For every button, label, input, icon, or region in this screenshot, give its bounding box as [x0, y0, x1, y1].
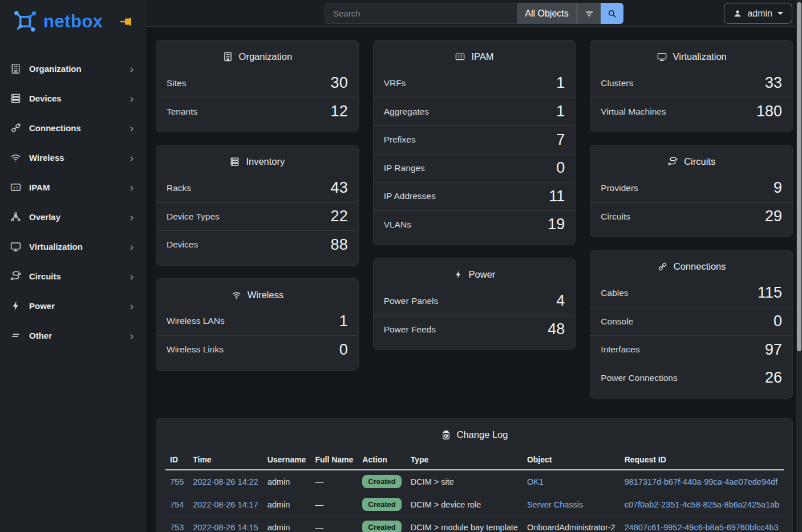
request-id-link[interactable]: 24807c61-9952-49c6-b8a5-69760bfcc4b3: [625, 523, 779, 532]
stat-row-ip-ranges[interactable]: IP Ranges 0: [374, 154, 576, 182]
stat-label: Providers: [601, 183, 638, 193]
stat-row-device-types[interactable]: Device Types 22: [156, 202, 358, 231]
sidebar-item-virtualization[interactable]: Virtualization ›: [0, 232, 146, 261]
stat-row-wireless-lans[interactable]: Wireless LANs 1: [156, 307, 358, 336]
stat-label: VRFs: [384, 78, 406, 88]
card-body: Sites 30 Tenants 12: [156, 69, 358, 132]
request-id-link[interactable]: 9817317d-b67f-440a-99ca-4ae07ede94df: [625, 477, 777, 486]
scrollbar-thumb[interactable]: [797, 2, 801, 351]
object-link[interactable]: Server Chassis: [527, 500, 583, 509]
stat-row-devices[interactable]: Devices 88: [156, 230, 358, 259]
stat-row-wireless-links[interactable]: Wireless Links 0: [156, 335, 358, 364]
stat-value: 7: [556, 131, 565, 149]
stat-row-vrfs[interactable]: VRFs 1: [374, 69, 576, 98]
sidebar-item-devices[interactable]: Devices ›: [0, 83, 146, 113]
sidebar-item-overlay[interactable]: Overlay ›: [0, 202, 146, 232]
action-badge: Created: [362, 521, 401, 532]
card-connections: Connections Cables 115 Console 0: [590, 250, 793, 399]
stat-value: 0: [339, 341, 348, 359]
brand-wordmark[interactable]: netbox: [43, 11, 103, 32]
filter-button[interactable]: [577, 3, 601, 24]
stat-value: 22: [331, 208, 348, 225]
chevron-right-icon: ›: [130, 182, 133, 193]
action-badge: Created: [362, 475, 401, 488]
stat-value: 1: [556, 103, 565, 120]
stat-row-vlans[interactable]: VLANs 19: [374, 210, 576, 239]
sidebar-item-power[interactable]: Power ›: [0, 291, 146, 320]
chevron-right-icon: ›: [130, 241, 133, 252]
stat-row-tenants[interactable]: Tenants 12: [156, 98, 358, 126]
svg-text:2: 2: [15, 185, 18, 190]
stat-row-power-panels[interactable]: Power Panels 4: [374, 287, 576, 315]
card-change-log: Change Log ID Time Username Full Name A: [156, 418, 793, 532]
stat-row-prefixes[interactable]: Prefixes 7: [374, 125, 576, 154]
change-time-link[interactable]: 2022-08-26 14:22: [193, 477, 258, 486]
full-name-cell: —: [315, 500, 323, 509]
stat-value: 26: [765, 369, 782, 387]
column-header-action: Action: [358, 450, 406, 470]
card-body: VRFs 1 Aggregates 1 Prefixes 7: [374, 69, 576, 245]
request-id-link[interactable]: c07f0ab2-2351-4c58-825a-8b6a2425a1ab: [625, 500, 780, 509]
search-input[interactable]: [325, 3, 517, 24]
stat-label: Devices: [167, 239, 198, 250]
chevron-right-icon: ›: [130, 300, 133, 311]
column-header-request-id: Request ID: [620, 450, 784, 470]
table-header-row: ID Time Username Full Name Action Type O…: [165, 450, 784, 470]
caret-down-icon: [777, 12, 783, 15]
card-title: Inventory: [246, 156, 285, 167]
stat-label: Console: [601, 316, 633, 327]
card-header: Organization: [156, 40, 358, 69]
change-time-link[interactable]: 2022-08-26 14:15: [193, 523, 258, 532]
change-id-link[interactable]: 753: [170, 523, 184, 532]
monitor-icon: [8, 240, 23, 253]
search-submit-button[interactable]: [601, 3, 623, 24]
stat-row-interfaces[interactable]: Interfaces 97: [590, 335, 792, 364]
change-time-link[interactable]: 2022-08-26 14:17: [193, 500, 258, 509]
card-body: Racks 43 Device Types 22 Devices 88: [156, 174, 358, 265]
filter-icon: [584, 9, 594, 19]
stat-row-providers[interactable]: Providers 9: [590, 174, 792, 202]
stat-row-aggregates[interactable]: Aggregates 1: [374, 98, 576, 126]
netbox-logo-icon[interactable]: [13, 9, 38, 34]
object-link[interactable]: OK1: [527, 477, 544, 486]
stat-value: 88: [331, 236, 348, 254]
sidebar-item-organization[interactable]: Organization ›: [0, 54, 146, 83]
full-name-cell: —: [315, 477, 323, 486]
change-id-link[interactable]: 755: [170, 477, 184, 486]
column-header-object: Object: [522, 450, 620, 470]
sidebar-item-connections[interactable]: Connections ›: [0, 113, 146, 143]
stat-value: 19: [548, 216, 565, 233]
stat-row-ip-addresses[interactable]: IP Addresses 11: [374, 182, 576, 210]
stat-row-virtual-machines[interactable]: Virtual Machines 180: [590, 98, 792, 126]
sidebar-item-wireless[interactable]: Wireless ›: [0, 143, 146, 172]
sidebar-item-other[interactable]: Other ›: [0, 320, 146, 350]
card-body: Clusters 33 Virtual Machines 180: [590, 69, 792, 132]
column-header-id: ID: [165, 450, 188, 470]
monitor-icon: [657, 51, 667, 62]
pin-sidebar-button[interactable]: [118, 15, 135, 29]
stat-row-racks[interactable]: Racks 43: [156, 174, 358, 202]
counter-icon: 1 2: [8, 181, 23, 193]
grid-column-1: Organization Sites 30 Tenants 12: [156, 40, 359, 371]
username-cell: admin: [268, 477, 290, 486]
stat-row-power-connections[interactable]: Power Connections 26: [590, 364, 792, 392]
stat-row-circuits[interactable]: Circuits 29: [590, 202, 792, 231]
search-scope-button[interactable]: All Objects: [517, 3, 577, 24]
scrollbar-track[interactable]: [796, 0, 802, 532]
stat-row-power-feeds[interactable]: Power Feeds 48: [374, 315, 576, 344]
stat-row-console[interactable]: Console 0: [590, 307, 792, 336]
stat-row-clusters[interactable]: Clusters 33: [590, 69, 792, 98]
card-title: Virtualization: [673, 51, 727, 62]
type-cell: DCIM > device role: [411, 500, 481, 509]
grid-column-2: 1 2 IPAM VRFs 1 A: [373, 40, 576, 350]
stat-label: Device Types: [167, 212, 220, 222]
user-menu-button[interactable]: admin: [724, 3, 792, 24]
sidebar-item-label: IPAM: [29, 182, 50, 192]
change-id-link[interactable]: 754: [170, 500, 184, 509]
stat-value: 0: [773, 312, 782, 330]
dashboard-content: Organization Sites 30 Tenants 12: [146, 27, 802, 532]
stat-row-sites[interactable]: Sites 30: [156, 69, 358, 98]
sidebar-item-circuits[interactable]: Circuits ›: [0, 261, 146, 291]
sidebar-item-ipam[interactable]: 1 2 IPAM ›: [0, 172, 146, 202]
stat-row-cables[interactable]: Cables 115: [590, 279, 792, 307]
